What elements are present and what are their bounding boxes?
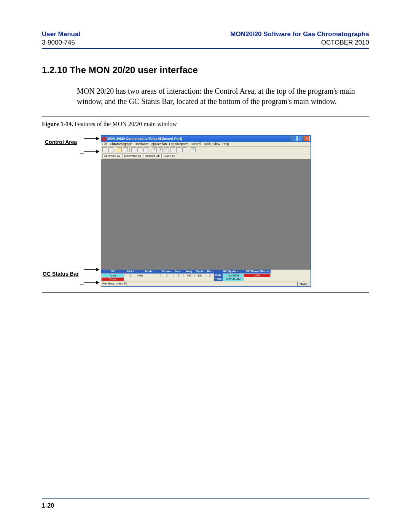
titlebar-text: MON 20/20 Connected to Tulsa (Ethernet P…: [107, 137, 182, 141]
cut-icon[interactable]: [131, 147, 136, 152]
status-hdr-stream: Stream: [160, 270, 173, 273]
figure-caption-text: Features of the MON 20/20 main window: [75, 121, 177, 127]
arrow-gc-status-1: [84, 269, 99, 270]
status-date-val: 6/3/2009: [223, 273, 244, 277]
header-right-sub: OCTOBER 2010: [230, 39, 369, 46]
maximize-all-button[interactable]: Maximize All: [122, 153, 143, 158]
plus-icon[interactable]: +: [158, 147, 163, 152]
header-left-sub: 3-9000-745: [42, 39, 80, 46]
paste-icon[interactable]: [143, 147, 148, 152]
status-hdr-det: Det #: [124, 270, 137, 273]
arrow-gc-status-2: [84, 282, 99, 283]
status-time-label: Time: [214, 277, 223, 281]
status-val-next: 2: [173, 273, 184, 277]
page-number: 1-20: [42, 502, 54, 509]
gc-status-bar: GC Det # Mode Stream Next Anly Cycle Run…: [101, 270, 311, 281]
menu-tools[interactable]: Tools: [203, 142, 211, 146]
figure-bottom-rule: [42, 292, 369, 293]
figure-caption: Figure 1-14. Features of the MON 20/20 m…: [42, 121, 369, 128]
status-hdr-gcsys: GC System: [217, 270, 244, 273]
menu-control[interactable]: Control: [191, 142, 201, 146]
minimize-all-button[interactable]: Minimize All: [102, 153, 122, 158]
page-header: User Manual 3-9000-745 MON20/20 Software…: [42, 30, 369, 49]
status-val-fid: OFF: [244, 273, 271, 277]
menubar: File Chromatograph Hardware Application …: [101, 142, 311, 147]
toolbar-sep-3: [150, 147, 150, 152]
status-val-cycle: 300: [194, 273, 205, 277]
print-icon[interactable]: [123, 147, 128, 152]
status-val-mode: Idle: [137, 273, 160, 277]
section-heading: 1.2.10 The MON 20/20 user interface: [42, 65, 369, 75]
status-hdr-next: Next: [173, 270, 184, 273]
status-val-gc: Tulsa: [101, 273, 124, 277]
status-hdr-mode: Mode: [137, 270, 160, 273]
menu-view[interactable]: View: [213, 142, 220, 146]
copy-icon[interactable]: [137, 147, 142, 152]
toolbar-sep-4: [189, 147, 189, 152]
arrow-control-area-1: [84, 138, 99, 139]
status-hdr-fid: FID Flame Status: [244, 270, 271, 273]
app-window: MON 20/20 Connected to Tulsa (Ethernet P…: [101, 135, 311, 287]
app-icon: [102, 137, 106, 141]
header-right-title: MON20/20 Software for Gas Chromatographs: [230, 30, 369, 38]
callout-control-area: Control Area: [45, 139, 77, 145]
page-footer: 1-20: [42, 498, 369, 509]
status-time-val: 8:57:43 AM: [223, 277, 244, 281]
status-date-label: Date: [214, 273, 223, 277]
status-hdr-run: Run: [205, 270, 214, 273]
close-all-button[interactable]: Close All: [161, 153, 177, 158]
status-val-det: 1: [124, 273, 137, 277]
menu-application[interactable]: Application: [151, 142, 167, 146]
toolbar-sep-2: [129, 147, 130, 152]
figure-wrap: Control Area GC Status Bar MON 20/20 Con…: [42, 134, 369, 289]
menu-chromatograph[interactable]: Chromatograph: [110, 142, 132, 146]
titlebar: MON 20/20 Connected to Tulsa (Ethernet P…: [101, 136, 311, 142]
figure-top-rule: [42, 117, 369, 117]
workspace-area: [101, 159, 311, 270]
window-buttons-bar: Minimize All Maximize All Restore All Cl…: [101, 153, 311, 159]
toolbar-icon-9[interactable]: t: [152, 147, 157, 152]
status-val-stream: 2: [160, 273, 173, 277]
arrow-control-area-2: [84, 151, 99, 152]
open-icon[interactable]: [117, 147, 122, 152]
section-body: MON 20/20 has two areas of interaction: …: [77, 86, 369, 107]
close-icon[interactable]: ×: [304, 136, 310, 141]
menu-file[interactable]: File: [102, 142, 108, 146]
check-icon[interactable]: ✓: [164, 147, 169, 152]
chart-icon[interactable]: [170, 147, 175, 152]
figure-label: Figure 1-14.: [42, 121, 73, 127]
toolbar-sep-1: [115, 147, 115, 152]
menu-help[interactable]: Help: [222, 142, 229, 146]
status-hdr-blank: [214, 270, 217, 273]
toolbar-icon-13[interactable]: [176, 147, 181, 152]
restore-all-button[interactable]: Restore All: [143, 153, 162, 158]
status-hdr-gc: GC: [101, 270, 124, 273]
minimize-icon[interactable]: _: [291, 136, 297, 141]
status-hdr-cycle: Cycle: [194, 270, 205, 273]
header-left-title: User Manual: [42, 30, 80, 38]
help-text: For Help, press F1: [102, 282, 127, 286]
menu-hardware[interactable]: Hardware: [135, 142, 149, 146]
toolbar-icon-14[interactable]: [182, 147, 187, 152]
status-hdr-anly: Anly: [184, 270, 194, 273]
toolbar-icon-2[interactable]: [108, 147, 113, 152]
status-blank-fill: [124, 277, 214, 281]
help-icon[interactable]: ?: [191, 147, 196, 152]
toolbar: t + ✓ ?: [101, 147, 311, 153]
num-indicator: NUM: [297, 282, 309, 286]
status-val-gc2: Tulsa: [101, 277, 124, 281]
toolbar-icon-1[interactable]: [102, 147, 107, 152]
menu-logs-reports[interactable]: Logs/Reports: [169, 142, 188, 146]
maximize-icon[interactable]: □: [297, 136, 303, 141]
help-status-bar: For Help, press F1 NUM: [101, 281, 311, 286]
status-val-run: 0: [205, 273, 214, 277]
status-val-anly: 290: [184, 273, 194, 277]
callout-gc-status-bar: GC Status Bar: [43, 271, 79, 277]
